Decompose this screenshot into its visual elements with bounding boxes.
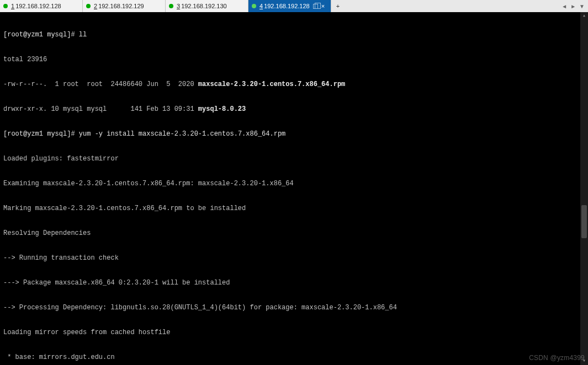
output-line: Resolving Dependencies [3, 229, 577, 238]
ls-total: total 23916 [3, 56, 577, 64]
status-dot-icon [252, 4, 256, 8]
tab-4[interactable]: 4 192.168.192.128 × [248, 0, 331, 12]
scrollbar[interactable]: ▴ ▾ [580, 12, 588, 365]
output-line: --> Processing Dependency: libgnutls.so.… [3, 304, 577, 312]
ls-line: -rw-r--r--. 1 root root 24486640 Jun 5 2… [3, 80, 198, 88]
scroll-up-icon[interactable]: ▴ [580, 12, 588, 20]
scroll-thumb[interactable] [581, 205, 587, 238]
tab-3[interactable]: 3 192.168.192.130 [166, 0, 248, 12]
cmd: yum -y install maxscale-2.3.20-1.centos.… [79, 130, 285, 138]
tabs-menu-icon[interactable]: ▼ [579, 3, 585, 9]
tabs-scroll-left-icon[interactable]: ◄ [561, 3, 567, 9]
status-dot-icon [86, 4, 91, 8]
prompt: [root@yzm1 mysql]# [3, 31, 79, 39]
cmd: ll [79, 31, 87, 39]
tabs-scroll-right-icon[interactable]: ► [570, 3, 576, 9]
tab-label: 192.168.192.128 [264, 3, 310, 9]
ls-line: drwxr-xr-x. 10 mysql mysql 141 Feb 13 09… [3, 105, 198, 113]
output-line: ---> Package maxscale.x86_64 0:2.3.20-1 … [3, 279, 577, 287]
terminal[interactable]: [root@yzm1 mysql]# ll total 23916 -rw-r-… [0, 12, 580, 365]
tab-index: 2 [94, 3, 97, 9]
tab-index: 1 [11, 3, 14, 9]
terminal-wrap: [root@yzm1 mysql]# ll total 23916 -rw-r-… [0, 12, 588, 365]
tab-2[interactable]: 2 192.168.192.129 [83, 0, 166, 12]
dir-mysql: mysql-8.0.23 [198, 105, 246, 113]
duplicate-tab-icon[interactable] [313, 4, 318, 9]
output-line: * base: mirrors.dgut.edu.cn [3, 353, 577, 362]
prompt: [root@yzm1 mysql]# [3, 130, 79, 138]
scroll-down-icon[interactable]: ▾ [580, 357, 588, 365]
new-tab-button[interactable]: + [331, 3, 345, 9]
output-line: Loading mirror speeds from cached hostfi… [3, 329, 577, 337]
tab-bar: 1 192.168.192.128 2 192.168.192.129 3 19… [0, 0, 588, 12]
output-line: --> Running transaction check [3, 254, 577, 262]
status-dot-icon [169, 4, 173, 8]
tab-label: 192.168.192.128 [15, 3, 61, 9]
file-rpm: maxscale-2.3.20-1.centos.7.x86_64.rpm [198, 80, 345, 88]
tab-label: 192.168.192.129 [98, 3, 144, 9]
tab-index: 4 [259, 3, 263, 9]
output-line: Marking maxscale-2.3.20-1.centos.7.x86_6… [3, 205, 577, 213]
output-line: Loaded plugins: fastestmirror [3, 155, 577, 163]
tab-index: 3 [177, 3, 180, 9]
close-tab-icon[interactable]: × [321, 3, 325, 9]
output-line: Examining maxscale-2.3.20-1.centos.7.x86… [3, 180, 577, 188]
tab-label: 192.168.192.130 [181, 3, 227, 9]
status-dot-icon [3, 4, 8, 8]
tab-1[interactable]: 1 192.168.192.128 [0, 0, 83, 12]
